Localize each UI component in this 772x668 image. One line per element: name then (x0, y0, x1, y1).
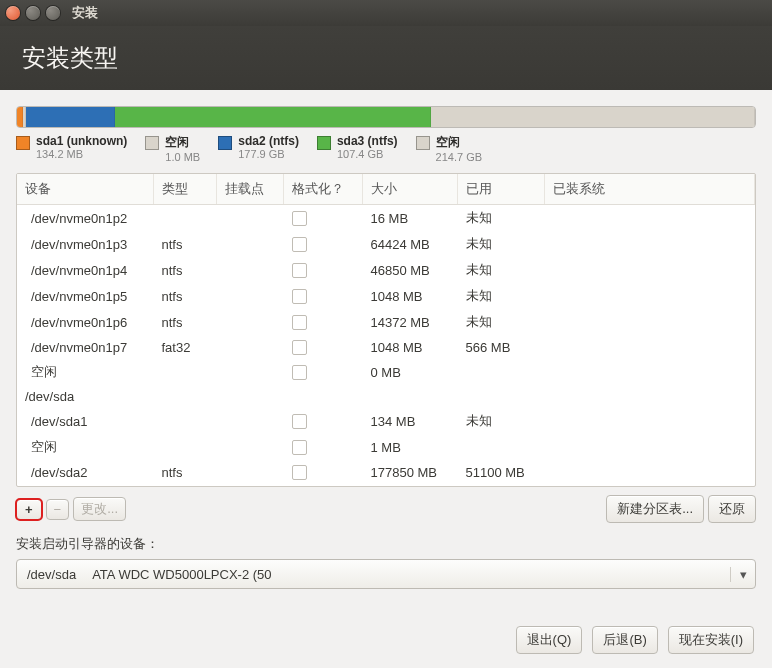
table-row[interactable]: /dev/nvme0n1p7fat321048 MB566 MB (17, 335, 755, 359)
cell-type: ntfs (154, 309, 217, 335)
window-title: 安装 (72, 4, 98, 22)
cell-format (284, 484, 363, 487)
usage-segment (26, 107, 115, 127)
cell-size: 1048 MB (363, 335, 458, 359)
table-row[interactable]: /dev/sda2ntfs177850 MB51100 MB (17, 460, 755, 484)
install-button[interactable]: 现在安装(I) (668, 626, 754, 654)
cell-device: /dev/nvme0n1p7 (17, 335, 154, 359)
disk-usage-legend: sda1 (unknown)134.2 MB空闲1.0 MBsda2 (ntfs… (16, 134, 756, 163)
format-checkbox[interactable] (292, 440, 307, 455)
cell-format (284, 283, 363, 309)
col-used[interactable]: 已用 (458, 174, 545, 205)
minimize-icon[interactable] (26, 6, 40, 20)
cell-format (284, 335, 363, 359)
cell-mount (217, 205, 284, 232)
cell-mount (217, 231, 284, 257)
wizard-footer: 退出(Q) 后退(B) 现在安装(I) (0, 612, 772, 668)
table-row[interactable]: /dev/nvme0n1p3ntfs64424 MB未知 (17, 231, 755, 257)
remove-partition-button[interactable]: − (46, 499, 70, 520)
cell-type: ntfs (154, 231, 217, 257)
format-checkbox[interactable] (292, 211, 307, 226)
table-row[interactable]: 空闲1 MB (17, 434, 755, 460)
legend-swatch (16, 136, 30, 150)
cell-type: fat32 (154, 335, 217, 359)
cell-size (363, 385, 458, 408)
cell-system (545, 205, 755, 232)
cell-used: 未知 (458, 231, 545, 257)
partition-table[interactable]: 设备 类型 挂载点 格式化？ 大小 已用 已装系统 /dev/nvme0n1p2… (16, 173, 756, 487)
col-format[interactable]: 格式化？ (284, 174, 363, 205)
table-row[interactable]: /dev/nvme0n1p6ntfs14372 MB未知 (17, 309, 755, 335)
cell-system (545, 359, 755, 385)
cell-used (458, 434, 545, 460)
col-mount[interactable]: 挂载点 (217, 174, 284, 205)
cell-type: ntfs (154, 257, 217, 283)
legend-size: 214.7 GB (436, 151, 482, 163)
cell-mount (217, 283, 284, 309)
cell-size: 1048 MB (363, 283, 458, 309)
format-checkbox[interactable] (292, 465, 307, 480)
cell-size: 46850 MB (363, 257, 458, 283)
cell-size: 64424 MB (363, 231, 458, 257)
cell-type: ntfs (154, 283, 217, 309)
chevron-down-icon: ▾ (730, 567, 755, 582)
format-checkbox[interactable] (292, 365, 307, 380)
table-row[interactable]: /dev/sda (17, 385, 755, 408)
legend-swatch (317, 136, 331, 150)
format-checkbox[interactable] (292, 263, 307, 278)
close-icon[interactable] (6, 6, 20, 20)
cell-mount (217, 385, 284, 408)
cell-format (284, 434, 363, 460)
revert-button[interactable]: 还原 (708, 495, 756, 523)
new-partition-table-button[interactable]: 新建分区表... (606, 495, 704, 523)
cell-used (458, 359, 545, 385)
format-checkbox[interactable] (292, 414, 307, 429)
cell-type: ntfs (154, 484, 217, 487)
legend-name: sda2 (ntfs) (238, 134, 299, 148)
cell-size: 1 MB (363, 434, 458, 460)
back-button[interactable]: 后退(B) (592, 626, 657, 654)
legend-size: 1.0 MB (165, 151, 200, 163)
cell-system (545, 408, 755, 434)
usage-segment (115, 107, 431, 127)
col-device[interactable]: 设备 (17, 174, 154, 205)
legend-item: sda1 (unknown)134.2 MB (16, 134, 127, 163)
format-checkbox[interactable] (292, 289, 307, 304)
format-checkbox[interactable] (292, 340, 307, 355)
cell-type (154, 385, 217, 408)
format-checkbox[interactable] (292, 237, 307, 252)
add-partition-button[interactable]: + (16, 499, 42, 520)
legend-item: 空闲214.7 GB (416, 134, 482, 163)
legend-size: 107.4 GB (337, 148, 398, 160)
quit-button[interactable]: 退出(Q) (516, 626, 583, 654)
bootloader-device-combo[interactable]: /dev/sda ATA WDC WD5000LPCX-2 (50 ▾ (16, 559, 756, 589)
cell-type (154, 408, 217, 434)
table-row[interactable]: /dev/sda1134 MB未知 (17, 408, 755, 434)
col-type[interactable]: 类型 (154, 174, 217, 205)
table-row[interactable]: /dev/nvme0n1p5ntfs1048 MB未知 (17, 283, 755, 309)
change-partition-button[interactable]: 更改... (73, 497, 126, 521)
cell-used: 未知 (458, 257, 545, 283)
cell-device: /dev/nvme0n1p3 (17, 231, 154, 257)
format-checkbox[interactable] (292, 315, 307, 330)
cell-device: /dev/sda (17, 385, 154, 408)
cell-mount (217, 335, 284, 359)
cell-device: /dev/sda2 (17, 460, 154, 484)
cell-used: 6112 MB (458, 484, 545, 487)
table-row[interactable]: /dev/sda3ntfs107373 MB6112 MB (17, 484, 755, 487)
table-row[interactable]: /dev/nvme0n1p216 MB未知 (17, 205, 755, 232)
cell-type (154, 205, 217, 232)
bootloader-desc: ATA WDC WD5000LPCX-2 (50 (92, 567, 271, 582)
partition-toolbar: + − 更改... 新建分区表... 还原 (16, 495, 756, 523)
legend-swatch (416, 136, 430, 150)
col-size[interactable]: 大小 (363, 174, 458, 205)
maximize-icon[interactable] (46, 6, 60, 20)
table-row[interactable]: /dev/nvme0n1p4ntfs46850 MB未知 (17, 257, 755, 283)
legend-item: sda2 (ntfs)177.9 GB (218, 134, 299, 163)
cell-format (284, 231, 363, 257)
cell-device: 空闲 (17, 359, 154, 385)
legend-item: sda3 (ntfs)107.4 GB (317, 134, 398, 163)
col-system[interactable]: 已装系统 (545, 174, 755, 205)
table-row[interactable]: 空闲0 MB (17, 359, 755, 385)
bootloader-device: /dev/sda (27, 567, 76, 582)
